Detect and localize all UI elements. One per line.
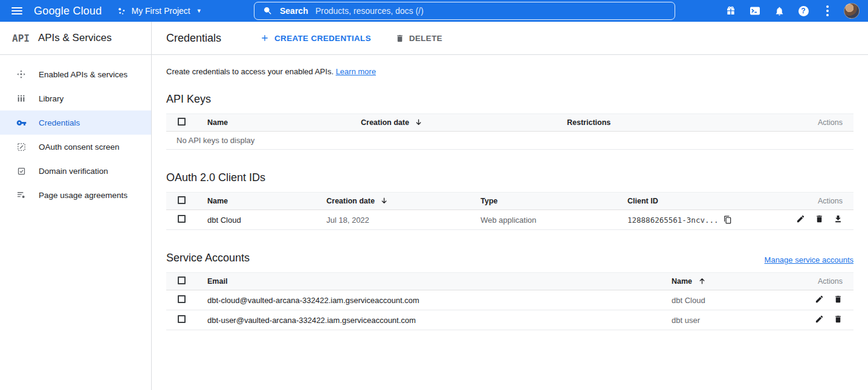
edit-icon[interactable] <box>815 295 824 304</box>
edit-icon[interactable] <box>815 315 824 324</box>
column-header-type[interactable]: Type <box>468 193 615 210</box>
service-accounts-table: Email Name Actions dbt-cloud@vaulted <box>166 272 853 330</box>
search-placeholder: Products, resources, docs (/) <box>316 6 424 16</box>
help-icon[interactable]: ? <box>795 3 811 19</box>
sidebar-item-label: Domain verification <box>39 167 108 176</box>
empty-message: No API keys to display <box>166 132 853 150</box>
column-header-client-id[interactable]: Client ID <box>615 193 787 210</box>
sidebar-item-enabled-apis[interactable]: Enabled APIs & services <box>0 62 151 86</box>
column-header-name[interactable]: Name <box>659 273 787 290</box>
topbar-actions: ? <box>723 3 868 19</box>
main-content: Create credentials to access your enable… <box>152 55 868 390</box>
notifications-bell-icon[interactable] <box>771 3 787 19</box>
sidebar-item-page-usage[interactable]: Page usage agreements <box>0 183 151 207</box>
checkbox-check-icon <box>16 167 27 176</box>
client-creation-date: Jul 18, 2022 <box>314 210 468 230</box>
service-account-email: dbt-cloud@vaulted-arcana-332422.iam.gser… <box>195 290 659 310</box>
api-product-icon: API <box>12 33 30 44</box>
search-label: Search <box>280 6 308 16</box>
service-accounts-title: Service Accounts <box>166 252 250 264</box>
service-account-name: dbt user <box>659 310 787 330</box>
client-id-value: 128886265561-3ncv... <box>627 216 719 225</box>
delete-button[interactable]: DELETE <box>395 34 442 43</box>
sidebar-item-label: Credentials <box>39 118 80 127</box>
sort-desc-icon <box>415 118 423 126</box>
trash-icon <box>395 34 404 43</box>
sidebar-item-library[interactable]: Library <box>0 86 151 110</box>
table-row: dbt-user@vaulted-arcana-332422.iam.gserv… <box>166 310 853 330</box>
search-icon <box>263 6 273 16</box>
consent-screen-icon <box>16 142 27 152</box>
service-accounts-section: Service Accounts Manage service accounts… <box>166 252 853 330</box>
library-icon <box>16 94 27 103</box>
top-app-bar: Google Cloud My First Project ▼ Search P… <box>0 0 868 22</box>
manage-service-accounts-link[interactable]: Manage service accounts <box>765 255 853 264</box>
api-keys-table: Name Creation date Restrictions Actions <box>166 113 853 150</box>
column-header-name[interactable]: Name <box>195 114 349 132</box>
table-row: dbt Cloud Jul 18, 2022 Web application 1… <box>166 210 853 230</box>
sidebar-item-label: Library <box>39 94 63 103</box>
chevron-down-icon: ▼ <box>196 8 202 14</box>
oauth-clients-title: OAuth 2.0 Client IDs <box>166 171 265 184</box>
column-header-actions: Actions <box>787 193 853 210</box>
sort-desc-icon <box>380 197 388 205</box>
sidebar-item-label: OAuth consent screen <box>39 142 120 152</box>
sidebar-item-label: Page usage agreements <box>39 191 128 200</box>
project-icon <box>117 7 126 16</box>
select-all-checkbox[interactable] <box>178 118 186 126</box>
menu-icon[interactable] <box>0 0 34 22</box>
oauth-clients-section: OAuth 2.0 Client IDs Name Creation date <box>166 171 853 230</box>
sidebar-item-domain-verification[interactable]: Domain verification <box>0 159 151 183</box>
more-options-icon[interactable] <box>820 3 835 19</box>
row-checkbox[interactable] <box>178 215 186 223</box>
oauth-clients-table: Name Creation date Type Client ID Action… <box>166 192 853 230</box>
create-credentials-button[interactable]: CREATE CREDENTIALS <box>260 33 371 43</box>
column-header-actions: Actions <box>787 114 853 132</box>
user-avatar[interactable] <box>844 3 860 19</box>
sidebar-item-label: Enabled APIs & services <box>39 70 128 79</box>
column-header-email[interactable]: Email <box>195 273 659 290</box>
empty-row: No API keys to display <box>166 132 853 150</box>
api-keys-title: API Keys <box>166 93 853 106</box>
download-icon[interactable] <box>834 214 843 223</box>
product-header: API APIs & Services <box>0 22 152 54</box>
plus-icon <box>260 33 270 43</box>
sidebar-item-oauth-consent[interactable]: OAuth consent screen <box>0 135 151 159</box>
table-row: dbt-cloud@vaulted-arcana-332422.iam.gser… <box>166 290 853 310</box>
delete-icon[interactable] <box>834 315 843 324</box>
delete-icon[interactable] <box>834 295 843 304</box>
search-input[interactable]: Search Products, resources, docs (/) <box>254 2 675 20</box>
free-trial-gift-icon[interactable] <box>723 3 739 19</box>
row-checkbox[interactable] <box>178 315 186 323</box>
product-title: APIs & Services <box>38 32 112 44</box>
api-keys-section: API Keys Name Creation date Restrictions <box>166 93 853 150</box>
key-icon <box>16 118 27 128</box>
project-name: My First Project <box>131 6 190 16</box>
dashboard-icon <box>16 69 27 79</box>
page-title: Credentials <box>166 32 221 45</box>
page-header: Credentials CREATE CREDENTIALS DELETE <box>152 22 868 54</box>
sort-asc-icon <box>698 277 706 285</box>
column-header-creation-date[interactable]: Creation date <box>314 193 468 210</box>
copy-icon[interactable] <box>724 216 732 224</box>
select-all-checkbox[interactable] <box>178 277 186 284</box>
cloud-shell-icon[interactable] <box>747 3 763 19</box>
select-all-checkbox[interactable] <box>178 196 186 204</box>
client-name: dbt Cloud <box>195 210 314 230</box>
column-header-name[interactable]: Name <box>195 193 314 210</box>
app-header: API APIs & Services Credentials CREATE C… <box>0 22 868 55</box>
intro-text: Create credentials to access your enable… <box>166 67 853 76</box>
column-header-creation-date[interactable]: Creation date <box>349 114 555 132</box>
google-cloud-logo[interactable]: Google Cloud <box>34 5 102 18</box>
column-header-restrictions[interactable]: Restrictions <box>555 114 787 132</box>
project-switcher[interactable]: My First Project ▼ <box>117 6 201 16</box>
list-gear-icon <box>16 190 27 200</box>
sidebar-nav: Enabled APIs & services Library Credenti… <box>0 55 152 390</box>
edit-icon[interactable] <box>796 214 805 223</box>
learn-more-link[interactable]: Learn more <box>335 67 375 76</box>
client-type: Web application <box>468 210 615 230</box>
delete-icon[interactable] <box>815 214 824 223</box>
row-checkbox[interactable] <box>178 295 186 303</box>
column-header-actions: Actions <box>787 273 853 290</box>
sidebar-item-credentials[interactable]: Credentials <box>0 110 151 135</box>
